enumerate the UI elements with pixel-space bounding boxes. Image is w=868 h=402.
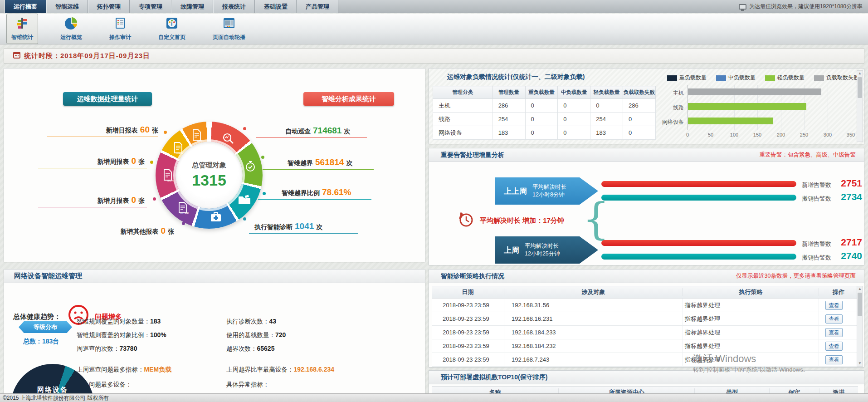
connector-line	[256, 137, 367, 138]
scroll-up-icon[interactable]: ▲	[857, 286, 863, 292]
scroll-up-icon[interactable]: ▲	[857, 71, 863, 76]
smart-diagnosis-stat: 执行智能诊断1041次	[254, 221, 322, 231]
connector-line	[258, 199, 371, 200]
stat-rule-covered-count: 智维规则覆盖的对象数量：183	[77, 318, 161, 326]
toolbar-button-audit[interactable]: 操作审计	[104, 14, 136, 44]
legend-light-load: 轻负载数量	[765, 74, 805, 82]
stats-period-bar: 统计时段：2018年09月17日-09月23日	[4, 48, 864, 64]
menu-tab-settings[interactable]: 基础设置	[255, 0, 297, 13]
connector-line	[63, 238, 176, 238]
connector-dot	[263, 192, 266, 195]
management-donut-chart: DAY OTHER MON WEEK 总	[156, 122, 263, 229]
table-row: 2018-09-23 23:59 192.168.31.56 指标越界处理 查看	[432, 299, 858, 312]
diagnosis-panel-header: 智能诊断策略执行情况 仅显示最近30条数据，更多请查看策略管理页面	[429, 270, 864, 283]
legend-swatch	[814, 75, 824, 81]
toolbar-button-label: 页面自动轮播	[213, 34, 245, 41]
resolve-time-delta: 平均解决时长 增加：17分钟	[480, 216, 564, 225]
stat-weekly-patrols: 周巡查的次数：73780	[77, 345, 137, 353]
other-report-icon: OTHER	[177, 201, 190, 215]
panel-scrollbar[interactable]: ▲	[857, 70, 863, 142]
windows-activation-hint: 转到“控制面板”中的“系统”以激活 Windows。	[693, 366, 809, 374]
menu-tab-running-summary[interactable]: 运行摘要	[5, 0, 46, 13]
chart-bar-line	[688, 103, 806, 110]
x-tick: 250	[797, 132, 811, 137]
revoked-alert-label: 撤销告警数	[802, 195, 831, 203]
device-ops-panel: 网络设备智能运维管理 总体健康趋势： 问题增多 等级分布 总数：183台 智维规…	[4, 269, 425, 402]
x-tick: 300	[821, 132, 834, 137]
alert-panel-title: 重要告警处理增量分析	[441, 151, 504, 159]
scroll-down-icon[interactable]: ▼	[857, 361, 863, 366]
table-row: 2018-09-23 23:59 192.168.16.231 指标越界处理 查…	[432, 312, 858, 326]
chart-category-device: 网络设备	[660, 118, 684, 126]
audit-log-icon	[113, 16, 127, 32]
toolbar-button-stats[interactable]: 智维统计	[6, 14, 38, 44]
new-weekly-report-stat: 新增周报表0张	[36, 156, 145, 166]
stat-abnormal-metric: 具体异常指标：	[226, 381, 269, 389]
chart-bar-device	[688, 118, 773, 124]
legend-load-fail: 负载取数失败	[814, 74, 859, 82]
table-row: 2018-09-23 23:59 192.168.184.233 指标越界处理 …	[432, 326, 858, 339]
connector-line	[38, 168, 147, 168]
new-monthly-report-stat: 新增月报表0张	[36, 195, 145, 205]
new-other-report-stat: 新增其他报表0张	[61, 226, 174, 236]
device-panel-title: 网络设备智能运维管理	[14, 272, 82, 280]
connector-line	[38, 207, 147, 207]
view-button[interactable]: 查看	[825, 342, 843, 351]
diagnosis-panel-title: 智能诊断策略执行情况	[441, 272, 504, 280]
scrollbar-thumb[interactable]	[858, 77, 862, 98]
toolbar: 智维统计 运行概览 操作审计 自定义首页 页面自动轮播	[0, 14, 868, 44]
toolbar-button-carousel[interactable]: 页面自动轮播	[208, 14, 250, 44]
connector-dot	[243, 127, 246, 130]
x-tick: 0	[681, 132, 694, 137]
page-carousel-icon	[222, 16, 236, 32]
menu-tab-intelligent-ops[interactable]: 智能运维	[46, 0, 88, 13]
menu-tab-product[interactable]: 产品管理	[297, 0, 338, 13]
resolve-time-clock-icon	[456, 210, 475, 231]
ops-boundary-stat: 智维越界561814次	[288, 157, 352, 167]
first-aid-kit-icon	[210, 211, 223, 225]
connector-dot	[182, 222, 185, 225]
svg-text:MON: MON	[167, 179, 174, 182]
menu-tab-topology[interactable]: 拓扑管理	[88, 0, 130, 13]
diagnosis-panel-note: 仅显示最近30条数据，更多请查看策略管理页面	[736, 272, 856, 280]
stat-top-problem-metric: 上周巡查问题最多指标：MEM负载	[77, 366, 171, 374]
toolbar-button-custom-home[interactable]: 自定义首页	[153, 14, 190, 44]
view-button[interactable]: 查看	[825, 314, 843, 324]
toolbar-button-overview[interactable]: 运行概览	[55, 14, 87, 44]
dashboard-screen: 运行摘要 智能运维 拓扑管理 专项管理 故障管理 报表统计 基础设置 产品管理 …	[0, 0, 868, 402]
custom-home-icon	[165, 16, 179, 32]
top10-panel-title: 预计可部署虚拟机数TOP10(保守排序)	[441, 373, 547, 382]
health-trend-label: 总体健康趋势：	[13, 313, 61, 321]
table-row: 2018-09-23 23:59 192.168.184.232 指标越界处理 …	[432, 339, 858, 353]
day-report-icon: DAY	[191, 129, 205, 142]
view-button[interactable]: 查看	[825, 355, 843, 364]
load-table: 管理分类 管理数量 重负载数量 中负载数量 轻负载数量 负载取数失败 主机286…	[433, 86, 656, 140]
menu-tab-fault[interactable]: 故障管理	[171, 0, 213, 13]
donut-center: 总管理对象 1315	[176, 142, 243, 209]
menu-tab-report[interactable]: 报表统计	[213, 0, 255, 13]
revoked-alert-bar	[601, 195, 796, 201]
scrollbar-thumb[interactable]	[858, 293, 862, 316]
revoked-alert-value: 2740	[830, 250, 862, 261]
pie-chart-icon	[64, 16, 78, 32]
diagnosis-panel: 智能诊断策略执行情况 仅显示最近30条数据，更多请查看策略管理页面 日期 涉及对…	[429, 269, 864, 368]
table-row: 网络设备183001830	[433, 126, 656, 140]
connector-line	[263, 169, 374, 170]
x-tick: 350	[844, 132, 858, 137]
menu-tab-special[interactable]: 专项管理	[130, 0, 171, 13]
view-button[interactable]: 查看	[825, 301, 843, 310]
x-tick: 200	[774, 132, 788, 137]
monitor-icon	[739, 4, 746, 10]
view-button[interactable]: 查看	[825, 328, 843, 337]
chart-bar-host	[688, 88, 821, 95]
connector-dot	[243, 217, 246, 221]
stat-diagnosis-count: 执行诊断次数：43	[226, 318, 276, 326]
table-scrollbar[interactable]: ▲ ▼	[857, 286, 863, 367]
device-panel-header: 网络设备智能运维管理	[4, 270, 425, 283]
legend-heavy-load: 重负载数量	[667, 74, 707, 82]
x-tick: 150	[751, 132, 764, 137]
connector-dot	[261, 156, 264, 159]
table-row: 主机286000286	[433, 99, 656, 113]
connector-dot	[153, 197, 156, 201]
alert-analysis-panel: 重要告警处理增量分析 重要告警：包含紧急、高级、中级告警 上上周 平均解决时长1…	[429, 148, 864, 265]
